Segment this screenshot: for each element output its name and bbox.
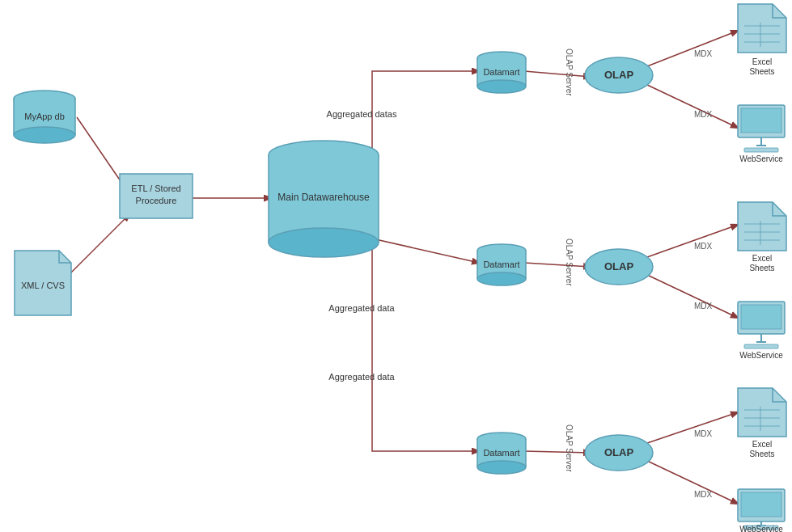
excel2-node: Excel Sheets: [738, 202, 786, 272]
etl-node: ETL / Stored Procedure: [120, 174, 193, 218]
conn-dm2-olap2: [524, 263, 591, 267]
svg-rect-43: [741, 305, 781, 329]
olap-server1-label: OLAP Server: [565, 49, 574, 96]
conn-olap2-ws2: [647, 275, 738, 318]
etl-label: ETL / Stored: [131, 184, 180, 193]
myapp-db-node: MyApp db: [14, 91, 75, 143]
olap-server2-label: OLAP Server: [565, 239, 574, 286]
conn-dm1-olap1: [524, 71, 591, 77]
mdx3a-label: MDX: [694, 429, 713, 438]
mdx1b-label: MDX: [694, 110, 713, 119]
excel1-label2: Sheets: [749, 67, 774, 76]
svg-rect-37: [744, 148, 778, 152]
main-dw-node: Main Datawarehouse: [269, 141, 379, 257]
xml-cvs-node: XML / CVS: [15, 251, 71, 315]
webservice1-label: WebService: [739, 154, 783, 163]
mdx2b-label: MDX: [694, 302, 713, 310]
conn-olap1-ws1: [647, 85, 738, 128]
myapp-label: MyApp db: [24, 112, 65, 121]
architecture-diagram: MyApp db XML / CVS ETL / Stored Procedur…: [0, 0, 792, 532]
conn-olap2-excel2: [647, 225, 738, 257]
conn-olap1-excel1: [647, 31, 738, 66]
xml-label: XML / CVS: [21, 281, 65, 290]
datamart1-label: Datamart: [483, 67, 519, 77]
datamart3-node: Datamart: [477, 433, 526, 474]
etl-label2: Procedure: [136, 196, 177, 205]
svg-point-10: [269, 228, 379, 257]
datamart1-node: Datamart: [477, 52, 526, 93]
diagram-canvas: MyApp db XML / CVS ETL / Stored Procedur…: [0, 0, 792, 532]
svg-point-25: [477, 461, 526, 474]
olap2-label: OLAP: [604, 260, 633, 272]
webservice3-node: WebService: [738, 489, 785, 532]
excel1-node: Excel Sheets: [738, 4, 786, 76]
olap1-label: OLAP: [604, 69, 633, 81]
conn-dw-dm3: [372, 239, 479, 451]
svg-rect-52: [741, 492, 781, 517]
aggregated1-label: Aggregated datas: [327, 109, 397, 119]
excel2-label: Excel: [752, 254, 772, 263]
excel2-label2: Sheets: [749, 264, 774, 272]
olap-server3-label: OLAP Server: [565, 424, 574, 472]
webservice3-label: WebService: [739, 525, 783, 532]
datamart3-label: Datamart: [483, 448, 519, 458]
olap3-label: OLAP: [604, 446, 633, 458]
mdx2a-label: MDX: [694, 242, 713, 251]
aggregated3-label: Aggregated data: [328, 372, 395, 382]
conn-dm3-olap3: [524, 451, 591, 453]
svg-rect-46: [744, 344, 778, 348]
datamart2-label: Datamart: [483, 260, 519, 269]
svg-point-20: [477, 272, 526, 285]
main-dw-label: Main Datawarehouse: [277, 192, 370, 203]
aggregated2-label: Aggregated data: [328, 303, 395, 313]
svg-rect-34: [741, 108, 781, 133]
webservice2-label: WebService: [739, 351, 783, 360]
conn-olap3-excel3: [647, 412, 738, 443]
mdx1a-label: MDX: [694, 49, 713, 58]
excel3-label2: Sheets: [749, 450, 774, 458]
conn-olap3-ws3: [647, 461, 738, 504]
svg-point-4: [14, 127, 75, 143]
excel1-label: Excel: [752, 57, 772, 66]
datamart2-node: Datamart: [477, 244, 526, 285]
excel3-label: Excel: [752, 440, 772, 449]
webservice1-node: WebService: [738, 105, 785, 163]
conn-xml-etl: [69, 214, 129, 275]
svg-point-15: [477, 80, 526, 93]
conn-dw-dm2: [372, 239, 479, 263]
webservice2-node: WebService: [738, 302, 785, 360]
olap3-node: OLAP: [585, 435, 653, 471]
olap2-node: OLAP: [585, 249, 653, 285]
excel3-node: Excel Sheets: [738, 388, 786, 458]
mdx3b-label: MDX: [694, 490, 713, 499]
olap1-node: OLAP: [585, 57, 653, 93]
